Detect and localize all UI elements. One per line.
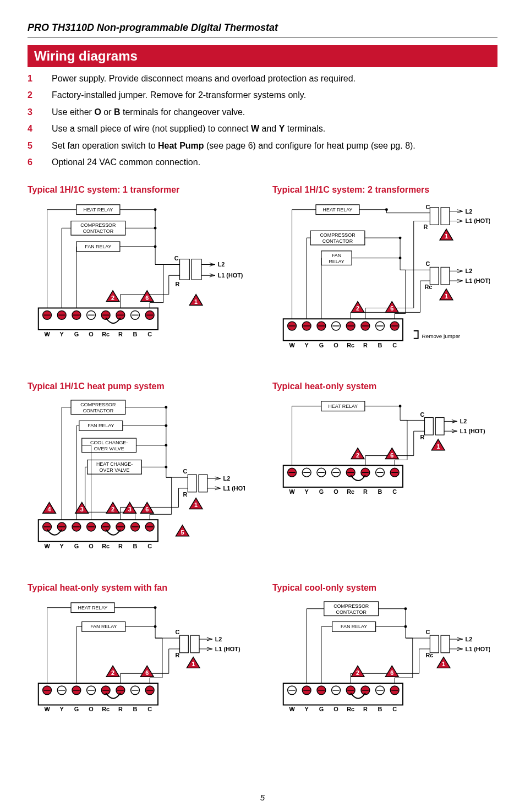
svg-text:Y: Y xyxy=(60,331,64,337)
note-text: Power supply. Provide disconnect means a… xyxy=(52,73,356,85)
note-num: 4 xyxy=(28,123,35,135)
svg-text:HEAT RELAY: HEAT RELAY xyxy=(83,207,113,212)
svg-text:R: R xyxy=(363,488,368,495)
svg-point-278 xyxy=(404,625,407,628)
callout-triangle: 6 xyxy=(140,666,154,677)
svg-text:W: W xyxy=(289,706,295,713)
svg-text:FAN: FAN xyxy=(332,253,341,258)
svg-text:COMPRESSOR: COMPRESSOR xyxy=(320,232,355,238)
svg-point-90 xyxy=(399,237,402,239)
svg-text:L2: L2 xyxy=(466,268,473,275)
svg-text:G: G xyxy=(319,488,324,495)
svg-text:1: 1 xyxy=(445,233,448,239)
callout-triangle: 6 xyxy=(140,291,154,302)
svg-rect-93 xyxy=(441,268,450,285)
callout-triangle: 1 xyxy=(189,498,203,509)
svg-text:C: C xyxy=(147,706,152,713)
svg-text:C: C xyxy=(392,342,397,348)
callout-triangle: 3 xyxy=(75,502,89,513)
svg-text:C: C xyxy=(183,468,187,475)
svg-point-34 xyxy=(154,246,157,248)
svg-text:R: R xyxy=(118,706,123,713)
callout-triangle: 2 xyxy=(351,448,364,459)
note-num: 3 xyxy=(28,106,35,118)
wiring-diagram-cool-only: W Y G O Rc R B C COMPRESSORCONTACTOR FAN… xyxy=(272,597,490,717)
svg-text:CONTACTOR: CONTACTOR xyxy=(322,238,353,244)
svg-text:G: G xyxy=(74,706,79,713)
svg-text:Rc: Rc xyxy=(102,331,110,337)
wiring-diagram-heat-only: W Y G O Rc R B C HEAT RELAY C R L2 L1 (H… xyxy=(272,396,490,499)
svg-text:R: R xyxy=(118,331,123,337)
callout-triangle: 3 xyxy=(123,502,136,513)
note-text: Optional 24 VAC common connection. xyxy=(52,156,200,168)
svg-text:R: R xyxy=(424,224,428,231)
svg-text:5: 5 xyxy=(181,529,184,536)
svg-text:Rc: Rc xyxy=(347,342,354,348)
svg-text:L2: L2 xyxy=(223,475,231,482)
svg-point-81 xyxy=(385,209,388,211)
svg-text:2: 2 xyxy=(111,506,114,513)
svg-rect-279 xyxy=(430,635,439,653)
svg-text:1: 1 xyxy=(436,443,440,450)
svg-text:FAN RELAY: FAN RELAY xyxy=(85,244,111,249)
svg-text:Remove jumper: Remove jumper xyxy=(422,333,461,339)
svg-rect-280 xyxy=(441,635,450,653)
svg-text:OVER VALVE: OVER VALVE xyxy=(94,446,124,451)
svg-text:L2: L2 xyxy=(466,636,473,642)
svg-text:Rc: Rc xyxy=(347,706,354,713)
wiring-diagram-heat-only-fan: W Y G O Rc R B C HEAT RELAY FAN RELAY C … xyxy=(28,597,245,717)
svg-point-91 xyxy=(399,257,402,260)
callout-triangle: 6 xyxy=(385,302,398,313)
svg-text:C: C xyxy=(176,629,180,635)
svg-text:1: 1 xyxy=(192,661,195,668)
svg-text:COMPRESSOR: COMPRESSOR xyxy=(80,223,116,228)
svg-text:W: W xyxy=(44,706,50,713)
svg-text:2: 2 xyxy=(356,306,359,312)
svg-point-234 xyxy=(154,625,157,628)
callout-triangle: 2 xyxy=(351,302,364,313)
svg-text:L1 (HOT): L1 (HOT) xyxy=(215,646,240,652)
svg-point-33 xyxy=(154,227,157,230)
svg-text:Y: Y xyxy=(60,542,64,549)
svg-text:C: C xyxy=(392,706,397,713)
svg-text:FAN RELAY: FAN RELAY xyxy=(341,624,367,630)
svg-text:6: 6 xyxy=(145,506,149,513)
note-num: 5 xyxy=(28,140,35,152)
svg-text:4: 4 xyxy=(47,506,51,513)
svg-point-32 xyxy=(154,209,157,211)
svg-text:1: 1 xyxy=(445,293,448,299)
svg-text:CONTACTOR: CONTACTOR xyxy=(83,407,113,413)
svg-text:HEAT RELAY: HEAT RELAY xyxy=(78,605,108,611)
diagram-title: Typical heat-only system with fan xyxy=(28,583,245,593)
svg-text:G: G xyxy=(319,342,324,348)
svg-text:2: 2 xyxy=(111,295,114,301)
svg-text:6: 6 xyxy=(145,295,149,301)
svg-text:W: W xyxy=(289,342,295,348)
svg-point-143 xyxy=(165,466,167,468)
note-text: Use a small piece of wire (not supplied)… xyxy=(52,123,325,135)
svg-point-233 xyxy=(154,607,157,609)
svg-text:W: W xyxy=(289,488,295,495)
svg-rect-0 xyxy=(39,308,158,330)
svg-point-140 xyxy=(165,406,167,408)
svg-text:Y: Y xyxy=(305,706,309,713)
svg-text:HEAT RELAY: HEAT RELAY xyxy=(328,404,358,409)
svg-rect-36 xyxy=(192,259,201,280)
svg-text:Rc: Rc xyxy=(347,488,354,495)
svg-text:R: R xyxy=(176,652,180,658)
svg-text:L2: L2 xyxy=(215,636,222,642)
svg-text:L2: L2 xyxy=(218,261,225,268)
svg-text:O: O xyxy=(89,331,93,337)
diagram-title: Typical cool-only system xyxy=(272,583,490,593)
svg-rect-193 xyxy=(435,417,444,435)
svg-text:L1 (HOT): L1 (HOT) xyxy=(460,428,485,434)
svg-text:COOL CHANGE-: COOL CHANGE- xyxy=(90,440,128,445)
svg-text:G: G xyxy=(74,542,79,549)
svg-text:C: C xyxy=(425,629,430,635)
svg-text:O: O xyxy=(89,542,93,549)
section-banner: Wiring diagrams xyxy=(28,45,497,67)
svg-text:Y: Y xyxy=(60,706,64,713)
svg-text:L2: L2 xyxy=(466,208,473,215)
svg-text:C: C xyxy=(147,542,152,549)
svg-text:2: 2 xyxy=(111,669,114,676)
